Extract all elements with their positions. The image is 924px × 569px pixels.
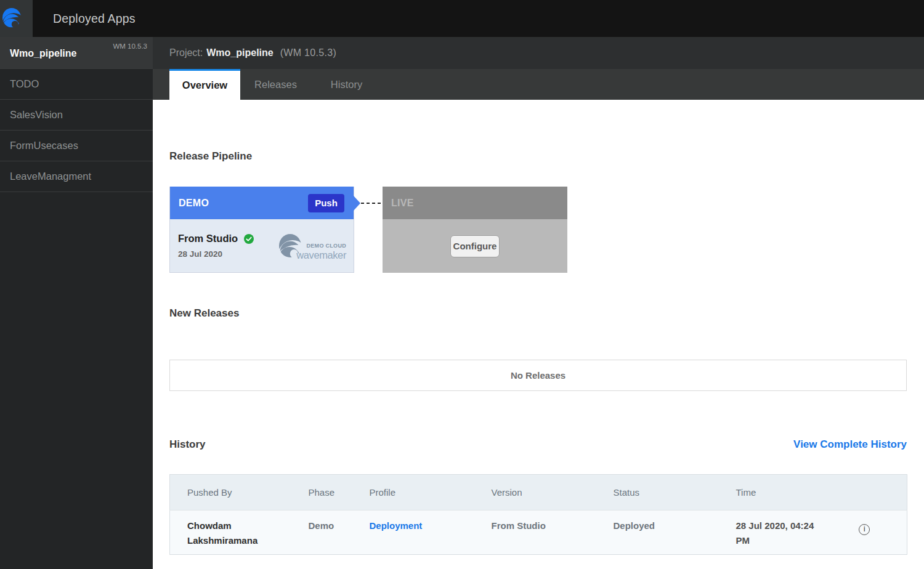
release-version-label: From Studio (178, 233, 238, 244)
demo-card-header: DEMO Push (170, 187, 354, 219)
project-name: Wmo_pipeline (206, 47, 273, 59)
col-actions (822, 475, 907, 510)
history-table: Pushed By Phase Profile Version Status T… (169, 474, 907, 555)
check-circle-icon (244, 234, 254, 244)
sidebar-item-salesvision[interactable]: SalesVision (0, 100, 153, 131)
sidebar-item-label: Wmo_pipeline (10, 48, 76, 59)
project-label: Project: (169, 47, 203, 59)
wavemaker-logo-icon (2, 8, 21, 28)
cell-phase: Demo (309, 510, 370, 555)
col-version: Version (492, 475, 614, 510)
view-complete-history-link[interactable]: View Complete History (793, 438, 907, 451)
live-card-header: LIVE (383, 187, 567, 219)
demo-phase-card: DEMO Push From Studio (169, 187, 354, 273)
info-icon[interactable]: i (859, 524, 870, 535)
app-shell: Wmo_pipeline WM 10.5.3 TODO SalesVision … (0, 37, 924, 569)
col-status: Status (614, 475, 736, 510)
project-bar: Project: Wmo_pipeline (WM 10.5.3) (153, 37, 924, 69)
sidebar-item-label: FormUsecases (10, 140, 78, 151)
col-phase: Phase (309, 475, 370, 510)
wavemaker-logo-cell[interactable] (0, 0, 33, 37)
release-pipeline: DEMO Push From Studio (169, 187, 907, 273)
release-info: From Studio 28 Jul 2020 (178, 233, 254, 259)
deployment-link[interactable]: Deployment (370, 520, 423, 531)
history-title: History (169, 438, 206, 451)
cell-version: From Studio (492, 510, 614, 555)
top-bar: Deployed Apps (0, 0, 924, 37)
cell-time: 28 Jul 2020, 04:24 PM (736, 510, 822, 555)
demo-phase-label: DEMO (179, 198, 209, 209)
history-header-row: Pushed By Phase Profile Version Status T… (170, 475, 907, 510)
live-card-body: Configure (383, 219, 567, 273)
tab-releases[interactable]: Releases (240, 69, 311, 100)
live-phase-card: LIVE Configure (383, 187, 567, 273)
sidebar-item-label: TODO (10, 78, 39, 90)
cell-profile: Deployment (370, 510, 492, 555)
tab-overview[interactable]: Overview (169, 69, 240, 100)
history-table-body: Chowdam Lakshmiramana Demo Deployment Fr… (170, 510, 907, 555)
demo-card-body: From Studio 28 Jul 2020 (170, 219, 354, 272)
cell-status: Deployed (614, 510, 736, 555)
project-version: (WM 10.5.3) (280, 47, 336, 59)
sidebar-item-todo[interactable]: TODO (0, 69, 153, 100)
history-header: History View Complete History (169, 438, 907, 451)
overview-panel: Release Pipeline DEMO Push From Studio (153, 100, 924, 569)
col-time: Time (736, 475, 822, 510)
push-button[interactable]: Push (308, 194, 344, 212)
release-name-row: From Studio (178, 233, 254, 244)
sidebar-item-label: SalesVision (10, 109, 63, 121)
demo-cloud-brand: DEMO CLOUD wavemaker (279, 234, 346, 257)
sidebar-item-label: LeaveManagment (10, 171, 91, 182)
history-table-head: Pushed By Phase Profile Version Status T… (170, 475, 907, 510)
release-date-label: 28 Jul 2020 (178, 249, 254, 259)
live-phase-label: LIVE (391, 198, 414, 209)
cell-actions: i (822, 510, 907, 555)
sidebar-item-version: WM 10.5.3 (113, 42, 147, 50)
page-title: Deployed Apps (53, 0, 136, 37)
history-row: Chowdam Lakshmiramana Demo Deployment Fr… (170, 510, 907, 555)
configure-button[interactable]: Configure (450, 235, 500, 257)
no-releases-box: No Releases (169, 360, 907, 391)
new-releases-title: New Releases (169, 307, 907, 320)
cell-pushed-by: Chowdam Lakshmiramana (170, 510, 309, 555)
tab-history[interactable]: History (311, 69, 382, 100)
demo-cloud-label: DEMO CLOUD (307, 243, 347, 249)
sidebar-item-wmo-pipeline[interactable]: Wmo_pipeline WM 10.5.3 (0, 37, 153, 69)
sidebar: Wmo_pipeline WM 10.5.3 TODO SalesVision … (0, 37, 153, 569)
main-panel: Project: Wmo_pipeline (WM 10.5.3) Overvi… (153, 37, 924, 569)
sidebar-item-formusecases[interactable]: FormUsecases (0, 131, 153, 161)
sidebar-item-leavemanagment[interactable]: LeaveManagment (0, 161, 153, 192)
tab-bar: Overview Releases History (153, 69, 924, 100)
col-profile: Profile (370, 475, 492, 510)
release-pipeline-title: Release Pipeline (169, 100, 907, 163)
brand-text-stack: DEMO CLOUD wavemaker (296, 243, 346, 260)
no-releases-text: No Releases (511, 370, 565, 381)
wavemaker-brand-label: wavemaker (296, 249, 346, 260)
pipeline-connector (354, 187, 383, 219)
col-pushed-by: Pushed By (170, 475, 309, 510)
pipeline-dashed-line (361, 203, 383, 204)
